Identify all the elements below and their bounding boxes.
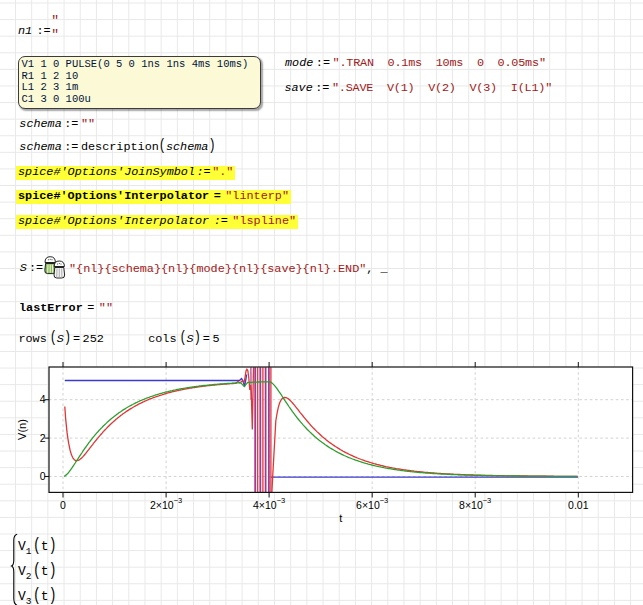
svg-text:V(n): V(n) xyxy=(16,419,28,440)
svg-text:2×10−3: 2×10−3 xyxy=(150,496,182,511)
svg-text:0: 0 xyxy=(60,499,66,511)
svg-text:0: 0 xyxy=(40,470,46,482)
svg-text:t: t xyxy=(339,512,342,524)
svg-text:0.01: 0.01 xyxy=(568,499,589,511)
svg-text:6×10−3: 6×10−3 xyxy=(356,496,388,511)
svg-text:8×10−3: 8×10−3 xyxy=(459,496,491,511)
svg-text:2: 2 xyxy=(40,432,46,444)
svg-text:4×10−3: 4×10−3 xyxy=(253,496,285,511)
svg-text:4: 4 xyxy=(40,393,46,405)
